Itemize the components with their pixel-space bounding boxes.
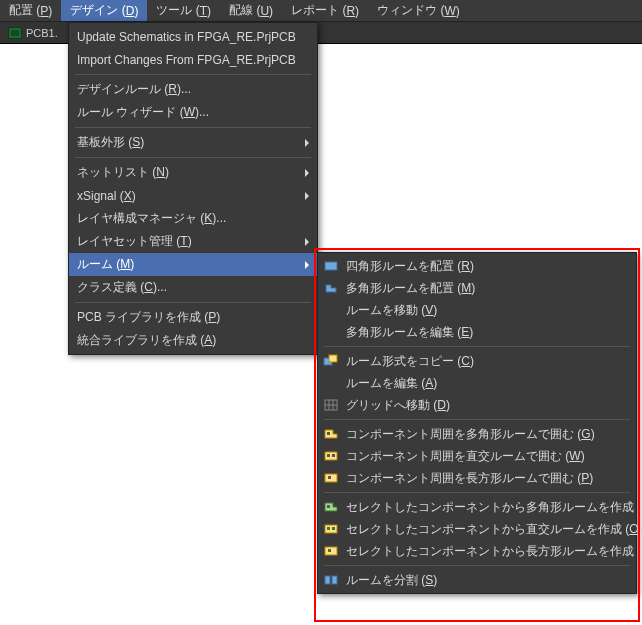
submenu-edit-room[interactable]: ルームを編集 (A) — [318, 372, 636, 394]
submenu-item-label: グリッドへ移動 (D) — [346, 397, 450, 414]
svg-marker-15 — [325, 503, 337, 511]
svg-rect-9 — [327, 432, 330, 435]
menu-item-label: Update Schematics in FPGA_RE.PrjPCB — [77, 30, 296, 44]
menubar-item-window[interactable]: ウィンドウ (W) — [368, 0, 469, 21]
wrap-rect-icon — [322, 470, 340, 486]
submenu-arrow-icon — [305, 192, 309, 200]
submenu-item-label: コンポーネント周囲を長方形ルームで囲む (P) — [346, 470, 593, 487]
menu-separator — [324, 492, 630, 493]
submenu-place-poly[interactable]: 多角形ルームを配置 (M) — [318, 277, 636, 299]
slice-room-icon — [322, 572, 340, 588]
create-rect-room-icon — [322, 543, 340, 559]
copy-room-icon — [322, 353, 340, 369]
menu-separator — [75, 74, 311, 75]
submenu-item-label: セレクトしたコンポーネントから長方形ルームを作成 (T) — [346, 543, 642, 560]
pcb-doc-icon — [8, 27, 22, 39]
menu-update-schematics[interactable]: Update Schematics in FPGA_RE.PrjPCB — [69, 25, 317, 48]
submenu-arrow-icon — [305, 238, 309, 246]
svg-marker-1 — [326, 285, 336, 292]
document-tab[interactable]: PCB1. — [2, 25, 64, 41]
room-poly-icon — [322, 280, 340, 296]
blank-icon — [322, 375, 340, 391]
wrap-poly-icon — [322, 426, 340, 442]
room-rect-icon — [322, 258, 340, 274]
menubar-item-report[interactable]: レポート (R) — [282, 0, 368, 21]
menubar-item-tools[interactable]: ツール (T) — [147, 0, 220, 21]
wrap-ortho-icon — [322, 448, 340, 464]
svg-rect-23 — [332, 576, 337, 584]
svg-rect-3 — [329, 355, 337, 362]
submenu-rooms: 四角形ルームを配置 (R) 多角形ルームを配置 (M) ルームを移動 (V) 多… — [317, 252, 637, 594]
submenu-item-label: ルームを移動 (V) — [346, 302, 437, 319]
submenu-create-rect[interactable]: セレクトしたコンポーネントから長方形ルームを作成 (T) — [318, 540, 636, 562]
svg-rect-18 — [327, 527, 330, 530]
menubar: 配置 (P) デザイン (D) ツール (T) 配線 (U) レポート (R) … — [0, 0, 642, 22]
submenu-edit-poly[interactable]: 多角形ルームを編集 (E) — [318, 321, 636, 343]
svg-rect-16 — [327, 505, 330, 508]
menu-make-int-lib[interactable]: 統合ライブラリを作成 (A) — [69, 329, 317, 352]
submenu-wrap-rect[interactable]: コンポーネント周囲を長方形ルームで囲む (P) — [318, 467, 636, 489]
submenu-item-label: 四角形ルームを配置 (R) — [346, 258, 474, 275]
submenu-arrow-icon — [305, 169, 309, 177]
submenu-arrow-icon — [305, 139, 309, 147]
menubar-item-design[interactable]: デザイン (D) — [61, 0, 147, 21]
submenu-create-poly[interactable]: セレクトしたコンポーネントから多角形ルームを作成 (N) — [318, 496, 636, 518]
svg-rect-11 — [327, 454, 330, 457]
menu-item-label: ルール ウィザード (W)... — [77, 104, 295, 121]
menu-item-label: デザインルール (R)... — [77, 81, 295, 98]
menu-item-label: ルーム (M) — [77, 256, 295, 273]
submenu-item-label: 多角形ルームを配置 (M) — [346, 280, 475, 297]
menu-item-label: PCB ライブラリを作成 (P) — [77, 309, 295, 326]
menu-separator — [324, 346, 630, 347]
menu-item-label: 基板外形 (S) — [77, 134, 295, 151]
submenu-place-rect[interactable]: 四角形ルームを配置 (R) — [318, 255, 636, 277]
blank-icon — [322, 324, 340, 340]
create-poly-room-icon — [322, 499, 340, 515]
menu-item-label: ネットリスト (N) — [77, 164, 295, 181]
svg-rect-17 — [325, 525, 337, 533]
submenu-move-to-grid[interactable]: グリッドへ移動 (D) — [318, 394, 636, 416]
svg-rect-14 — [328, 476, 331, 479]
submenu-item-label: ルームを分割 (S) — [346, 572, 437, 589]
menu-separator — [324, 565, 630, 566]
menu-make-pcb-lib[interactable]: PCB ライブラリを作成 (P) — [69, 306, 317, 329]
menu-design: Update Schematics in FPGA_RE.PrjPCB Impo… — [68, 22, 318, 355]
blank-icon — [322, 302, 340, 318]
menu-class-def[interactable]: クラス定義 (C)... — [69, 276, 317, 299]
menu-layerset[interactable]: レイヤセット管理 (T) — [69, 230, 317, 253]
svg-rect-22 — [325, 576, 330, 584]
submenu-item-label: セレクトしたコンポーネントから直交ルームを作成 (O) — [346, 521, 642, 538]
submenu-move-room[interactable]: ルームを移動 (V) — [318, 299, 636, 321]
svg-marker-10 — [325, 452, 337, 460]
menu-separator — [75, 302, 311, 303]
submenu-wrap-poly[interactable]: コンポーネント周囲を多角形ルームで囲む (G) — [318, 423, 636, 445]
menu-netlist[interactable]: ネットリスト (N) — [69, 161, 317, 184]
menu-item-label: xSignal (X) — [77, 189, 295, 203]
menu-design-rules[interactable]: デザインルール (R)... — [69, 78, 317, 101]
submenu-slice-room[interactable]: ルームを分割 (S) — [318, 569, 636, 591]
submenu-copy-room-fmt[interactable]: ルーム形式をコピー (C) — [318, 350, 636, 372]
submenu-item-label: ルーム形式をコピー (C) — [346, 353, 474, 370]
svg-rect-19 — [332, 527, 335, 530]
menu-import-changes[interactable]: Import Changes From FPGA_RE.PrjPCB — [69, 48, 317, 71]
menu-layer-stack[interactable]: レイヤ構成マネージャ (K)... — [69, 207, 317, 230]
menu-rooms[interactable]: ルーム (M) — [69, 253, 317, 276]
menu-separator — [324, 419, 630, 420]
menu-rule-wizard[interactable]: ルール ウィザード (W)... — [69, 101, 317, 124]
menu-separator — [75, 157, 311, 158]
grid-icon — [322, 397, 340, 413]
create-ortho-room-icon — [322, 521, 340, 537]
menu-item-label: クラス定義 (C)... — [77, 279, 295, 296]
svg-rect-0 — [325, 262, 337, 270]
menu-xsignal[interactable]: xSignal (X) — [69, 184, 317, 207]
svg-rect-21 — [328, 549, 331, 552]
submenu-wrap-ortho[interactable]: コンポーネント周囲を直交ルームで囲む (W) — [318, 445, 636, 467]
menu-separator — [75, 127, 311, 128]
document-tab-label: PCB1. — [26, 27, 58, 39]
menu-item-label: Import Changes From FPGA_RE.PrjPCB — [77, 53, 296, 67]
menubar-item-place[interactable]: 配置 (P) — [0, 0, 61, 21]
submenu-item-label: 多角形ルームを編集 (E) — [346, 324, 473, 341]
menu-board-shape[interactable]: 基板外形 (S) — [69, 131, 317, 154]
submenu-create-ortho[interactable]: セレクトしたコンポーネントから直交ルームを作成 (O) — [318, 518, 636, 540]
menubar-item-route[interactable]: 配線 (U) — [220, 0, 282, 21]
